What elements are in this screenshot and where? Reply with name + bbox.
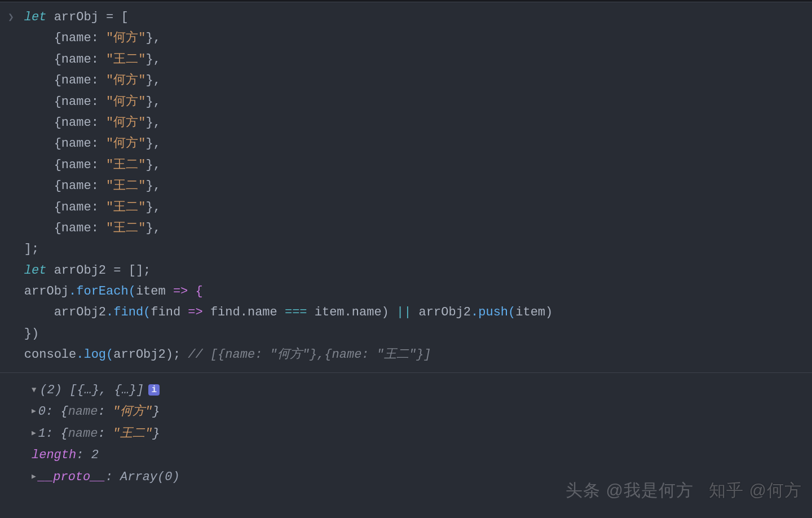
array-length: (2) bbox=[39, 380, 62, 402]
array-item-1[interactable]: ▶1: {name: "王二"} bbox=[32, 423, 812, 445]
code-input[interactable]: let arrObj = [ {name: "何方"}, {name: "王二"… bbox=[24, 7, 812, 366]
watermark-zhihu: 知乎 @何方 bbox=[709, 476, 802, 504]
expand-right-icon[interactable]: ▶ bbox=[32, 427, 36, 440]
array-item-0[interactable]: ▶0: {name: "何方"} bbox=[32, 401, 812, 423]
devtools-console[interactable]: ❯ let arrObj = [ {name: "何方"}, {name: "王… bbox=[0, 2, 812, 488]
keyword-let: let bbox=[24, 10, 47, 24]
expand-right-icon[interactable]: ▶ bbox=[32, 471, 36, 484]
array-preview: [{…}, {…}] bbox=[62, 380, 144, 402]
output-summary-line[interactable]: ▼ (2) [{…}, {…}] i bbox=[32, 380, 812, 402]
watermark-toutiao: 头条 @我是何方 bbox=[566, 476, 694, 504]
console-output[interactable]: ▼ (2) [{…}, {…}] i ▶0: {name: "何方"} ▶1: … bbox=[0, 373, 812, 489]
array-length-prop: length: 2 bbox=[32, 445, 812, 467]
info-icon[interactable]: i bbox=[148, 384, 160, 396]
array-proto-prop[interactable]: ▶__proto__: Array(0) bbox=[32, 467, 812, 489]
var-arrObj2: arrObj2 bbox=[54, 264, 106, 278]
expand-right-icon[interactable]: ▶ bbox=[32, 405, 36, 418]
comment: // [{name: "何方"},{name: "王二"}] bbox=[180, 348, 431, 362]
prompt-chevron-icon: ❯ bbox=[8, 9, 14, 27]
keyword-let: let bbox=[24, 264, 47, 278]
expand-down-icon[interactable]: ▼ bbox=[32, 383, 36, 397]
console-input-row[interactable]: ❯ let arrObj = [ {name: "何方"}, {name: "王… bbox=[0, 7, 812, 368]
var-arrObj: arrObj bbox=[54, 10, 99, 24]
